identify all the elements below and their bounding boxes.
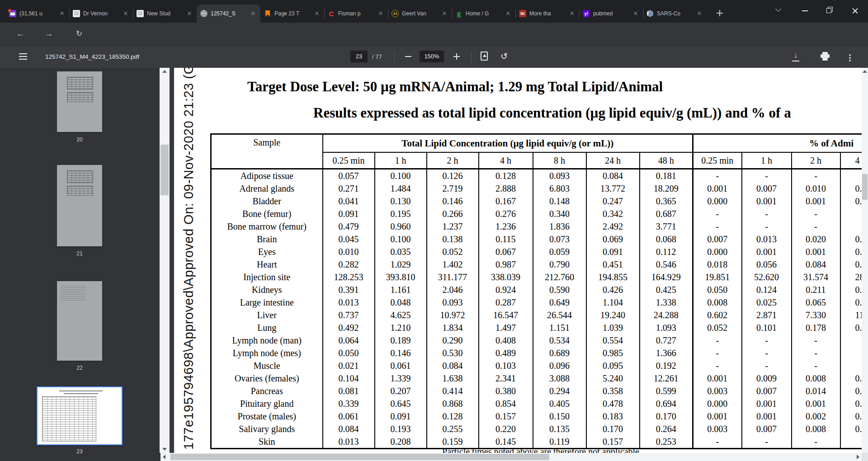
tab-title: SARS-Co xyxy=(657,10,696,17)
value-cell: 1.237 xyxy=(427,220,479,233)
pdf-menu-kebab-icon[interactable] xyxy=(849,57,851,59)
vertical-scrollbar xyxy=(862,68,868,453)
value-cell: 0.290 xyxy=(427,334,479,347)
value-cell: 0.081 xyxy=(323,385,375,397)
tab-11[interactable]: SARS-Co xyxy=(643,5,707,23)
value-cell: - xyxy=(792,347,840,359)
value-cell: 0.059 xyxy=(533,245,586,258)
sample-cell: Bone (femur) xyxy=(211,207,323,220)
thumbnail-page-label: 20 xyxy=(57,136,102,143)
rotate-icon[interactable]: ↻ xyxy=(499,51,509,62)
window-close-button[interactable] xyxy=(844,0,865,19)
value-cell: 0.339 xyxy=(323,397,375,410)
pdf-menu-icon[interactable] xyxy=(19,53,27,60)
thumbnail-page-20[interactable] xyxy=(57,71,102,132)
tab-1[interactable]: (31,561 u xyxy=(5,5,69,23)
tab-close-icon[interactable] xyxy=(58,10,66,17)
time-column-header: 0.25 min xyxy=(323,152,375,169)
value-cell: 3.088 xyxy=(533,372,586,385)
tab-3[interactable]: New Stud xyxy=(133,5,197,23)
back-icon[interactable]: ← xyxy=(14,28,26,40)
thumbnail-page-21[interactable] xyxy=(57,165,102,246)
page-number-input[interactable]: 23 xyxy=(350,51,368,62)
tab-close-icon[interactable] xyxy=(186,10,193,17)
scroll-up-arrow[interactable] xyxy=(863,70,867,73)
table-header-row: SampleTotal Lipid Concentration (µg lipi… xyxy=(211,134,868,153)
thumbnail-page-22[interactable] xyxy=(57,281,102,361)
value-cell: 1.402 xyxy=(427,258,479,271)
zoom-out-button[interactable] xyxy=(404,52,413,61)
time-column-header: 24 h xyxy=(586,152,640,169)
mini-table-graphic xyxy=(67,92,93,102)
tab-close-icon[interactable] xyxy=(632,10,639,17)
window-minimize-button[interactable] xyxy=(795,0,816,19)
tab-8[interactable]: gHome / G xyxy=(452,5,515,23)
value-cell: 0.008 xyxy=(792,423,840,435)
value-cell: 19.240 xyxy=(586,309,640,321)
value-cell: 2.046 xyxy=(427,283,479,296)
value-cell: 0.001 xyxy=(693,410,742,423)
value-cell: 0.602 xyxy=(693,309,742,321)
tab-10[interactable]: y!pubmed xyxy=(579,5,643,23)
tab-close-icon[interactable] xyxy=(568,10,576,17)
tab-close-icon[interactable] xyxy=(441,10,448,17)
value-cell: - xyxy=(693,359,742,372)
table-row: Lymph node (man)0.0640.1890.2900.4080.53… xyxy=(211,334,868,347)
value-cell: 0.009 xyxy=(742,372,792,385)
value-cell: 0.000 xyxy=(693,195,742,207)
forward-icon[interactable]: → xyxy=(43,28,55,40)
zoom-in-button[interactable] xyxy=(452,52,461,61)
value-cell: 0.599 xyxy=(640,385,693,397)
value-cell: - xyxy=(693,207,742,220)
horizontal-scrollbar-thumb[interactable] xyxy=(170,454,549,460)
toolbar-divider xyxy=(394,51,395,63)
value-cell: 1.151 xyxy=(533,321,586,334)
thumbnail-page-23[interactable] xyxy=(37,386,123,445)
tab-close-icon[interactable] xyxy=(377,10,384,17)
tab-6[interactable]: CFisman p xyxy=(324,5,388,23)
tab-4[interactable]: 125742_S xyxy=(197,5,260,23)
tab-close-icon[interactable] xyxy=(122,10,129,17)
value-cell: 0.065 xyxy=(792,296,840,309)
value-cell: 0.189 xyxy=(375,334,427,347)
value-cell: 0.492 xyxy=(323,321,375,334)
value-cell: 0.093 xyxy=(533,169,586,183)
value-cell: 0.103 xyxy=(479,359,533,372)
mini-table-graphic xyxy=(67,77,93,89)
tab-close-icon[interactable] xyxy=(505,10,512,17)
window-restore-button[interactable] xyxy=(819,0,840,19)
new-tab-button[interactable] xyxy=(713,7,726,19)
value-cell: 18.209 xyxy=(640,182,693,195)
tab-5[interactable]: Page 23 T xyxy=(260,5,324,23)
value-cell: 0.287 xyxy=(479,296,533,309)
scroll-left-arrow[interactable] xyxy=(163,455,165,459)
value-cell: 1.834 xyxy=(427,321,479,334)
thumbnail-sidebar: 20212223 xyxy=(0,68,160,461)
tab-7[interactable]: 84Geert Van xyxy=(388,5,452,23)
fit-page-icon[interactable] xyxy=(481,52,488,61)
vertical-scrollbar-thumb[interactable] xyxy=(862,174,868,200)
value-cell: 0.002 xyxy=(792,410,840,423)
sidebar-scrollbar-thumb[interactable] xyxy=(160,145,169,195)
value-cell: 0.101 xyxy=(742,321,792,334)
value-cell: 0.061 xyxy=(375,359,427,372)
tab-search-chevron-icon[interactable] xyxy=(769,0,789,19)
tab-2[interactable]: Dr Vernon xyxy=(69,5,133,23)
value-cell: - xyxy=(742,347,792,359)
doc-favicon-icon xyxy=(137,10,144,17)
tab-9[interactable]: BIMore tha xyxy=(515,5,579,23)
scroll-right-arrow[interactable] xyxy=(857,455,859,459)
print-icon[interactable] xyxy=(821,52,830,61)
tab-close-icon[interactable] xyxy=(313,10,321,17)
value-cell: 0.414 xyxy=(427,385,479,397)
scroll-up-arrow[interactable] xyxy=(162,70,167,73)
download-icon[interactable]: ↓ xyxy=(791,52,800,61)
time-column-header: 1 h xyxy=(742,152,792,169)
value-cell: 0.095 xyxy=(586,359,640,372)
reload-icon[interactable]: ↻ xyxy=(73,28,85,40)
scroll-down-arrow[interactable] xyxy=(162,448,167,451)
tab-close-icon[interactable] xyxy=(250,10,257,17)
value-cell: 0.181 xyxy=(640,169,693,183)
tab-close-icon[interactable] xyxy=(696,10,703,17)
value-cell: 0.124 xyxy=(742,283,792,296)
